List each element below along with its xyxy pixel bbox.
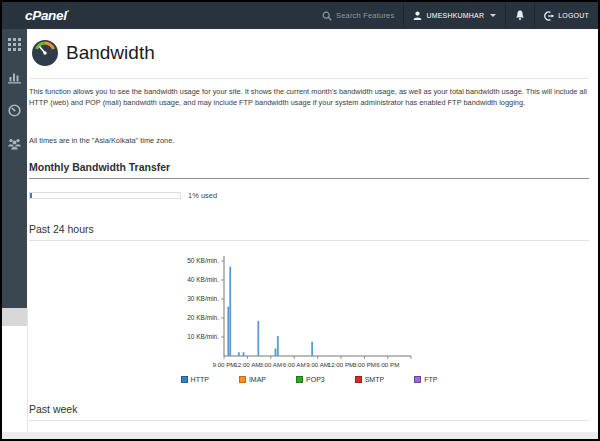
svg-text:9:00 AM: 9:00 AM: [306, 361, 329, 368]
svg-text:9:00 PM: 9:00 PM: [212, 361, 235, 368]
legend-item-imap: IMAP: [239, 376, 266, 383]
notifications-button[interactable]: [505, 2, 534, 29]
sidebar-item-dashboard[interactable]: [8, 103, 21, 116]
bandwidth-progress-fill: [30, 193, 32, 198]
svg-text:3:00 PM: 3:00 PM: [353, 361, 376, 368]
progress-percent-label: 1% used: [188, 191, 217, 200]
svg-text:30 KB/min.: 30 KB/min.: [187, 295, 219, 302]
chevron-down-icon: [490, 14, 496, 17]
svg-text:10 KB/min.: 10 KB/min.: [187, 333, 219, 340]
svg-text:3:00 AM: 3:00 AM: [259, 361, 282, 368]
monthly-usage-row: 1% used: [29, 191, 217, 200]
legend-label: SMTP: [365, 376, 384, 383]
legend-swatch-imap: [239, 376, 246, 383]
user-icon: [413, 11, 422, 20]
page-description: This function allows you to see the band…: [29, 86, 591, 108]
user-menu[interactable]: UMESHKUMHAR: [403, 2, 505, 29]
bandwidth-progress-bar: [29, 192, 181, 199]
search-icon: [322, 11, 332, 21]
legend-item-ftp: FTP: [414, 376, 437, 383]
svg-text:12:00 AM: 12:00 AM: [234, 361, 260, 368]
legend-label: FTP: [424, 376, 437, 383]
legend-swatch-http: [181, 376, 188, 383]
legend-label: POP3: [306, 376, 325, 383]
cpanel-logo-trademark: ʹ: [67, 8, 69, 17]
user-name-label: UMESHKUMHAR: [426, 12, 484, 19]
topbar-actions: Search Features UMESHKUMHAR LOGOUT: [313, 2, 598, 29]
top-navigation-bar: cPanelʹ Search Features UMESHKUMHAR LOGO…: [2, 2, 598, 29]
legend-swatch-ftp: [414, 376, 421, 383]
users-icon: [8, 137, 21, 150]
cpanel-logo-text: cPanel: [25, 8, 67, 23]
apps-grid-icon: [8, 38, 21, 51]
page-header: Bandwidth: [32, 40, 155, 66]
legend-label: HTTP: [191, 376, 209, 383]
cpanel-logo[interactable]: cPanelʹ: [25, 8, 68, 23]
chart-legend: HTTPIMAPPOP3SMTPFTP: [29, 376, 589, 383]
legend-item-http: HTTP: [181, 376, 209, 383]
svg-text:6:00 PM: 6:00 PM: [376, 361, 399, 368]
search-features-label: Search Features: [336, 11, 394, 20]
content-left-divider: [27, 308, 28, 439]
search-features[interactable]: Search Features: [313, 2, 403, 29]
svg-text:40 KB/min.: 40 KB/min.: [187, 276, 219, 283]
page-title: Bandwidth: [66, 42, 155, 64]
sidebar-end-cap: [2, 308, 27, 326]
legend-swatch-pop3: [296, 376, 303, 383]
legend-item-smtp: SMTP: [355, 376, 384, 383]
bandwidth-gauge-icon: [32, 40, 58, 66]
svg-text:50 KB/min.: 50 KB/min.: [187, 257, 219, 264]
main-content: Bandwidth This function allows you to se…: [29, 29, 595, 439]
svg-text:6:00 AM: 6:00 AM: [283, 361, 306, 368]
monthly-transfer-heading: Monthly Bandwidth Transfer: [29, 161, 589, 179]
gauge-icon: [8, 104, 21, 117]
bandwidth-chart: 50 KB/min.40 KB/min.30 KB/min.20 KB/min.…: [180, 252, 420, 374]
bell-icon: [515, 10, 525, 21]
logout-button[interactable]: LOGOUT: [534, 2, 598, 29]
sidebar-item-home[interactable]: [8, 37, 21, 50]
logout-icon: [544, 11, 554, 21]
legend-item-pop3: POP3: [296, 376, 325, 383]
window-bottom-edge: [2, 432, 598, 439]
cpanel-window: cPanelʹ Search Features UMESHKUMHAR LOGO…: [0, 0, 600, 441]
sidebar-item-statistics[interactable]: [8, 70, 21, 83]
svg-text:20 KB/min.: 20 KB/min.: [187, 314, 219, 321]
past-week-heading: Past week: [29, 403, 589, 421]
past-24-hours-heading: Past 24 hours: [29, 223, 589, 241]
stats-chart-icon: [8, 71, 21, 84]
sidebar: [2, 29, 27, 310]
sidebar-item-user-manager[interactable]: [8, 136, 21, 149]
legend-label: IMAP: [249, 376, 266, 383]
legend-swatch-smtp: [355, 376, 362, 383]
header-divider: [29, 78, 589, 79]
logout-label: LOGOUT: [558, 12, 589, 19]
svg-text:12:00 PM: 12:00 PM: [328, 361, 354, 368]
timezone-note: All times are in the "Asia/Kolkata" time…: [29, 136, 174, 145]
